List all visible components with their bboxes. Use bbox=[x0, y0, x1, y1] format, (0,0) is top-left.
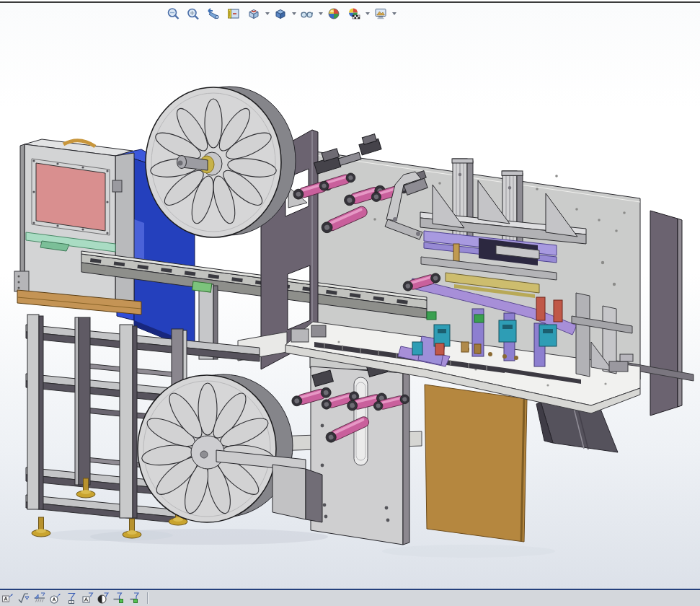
section-view-icon bbox=[226, 6, 241, 21]
view-settings-button[interactable] bbox=[371, 4, 390, 23]
heads-up-view-toolbar bbox=[163, 4, 397, 23]
hide-show-items-dropdown-icon[interactable] bbox=[317, 6, 324, 22]
note-button[interactable] bbox=[0, 591, 16, 605]
apply-scene-button[interactable] bbox=[345, 4, 363, 23]
upper-material-reel[interactable] bbox=[146, 87, 296, 237]
datum-target-point-icon bbox=[128, 592, 141, 605]
leveling-foot bbox=[123, 519, 141, 538]
zoom-to-fit-icon bbox=[166, 6, 180, 21]
weld-symbol-button[interactable] bbox=[32, 591, 48, 605]
balloon-button[interactable] bbox=[48, 591, 63, 605]
datum-feature-button[interactable] bbox=[63, 591, 79, 605]
checkered-flag bbox=[353, 15, 360, 19]
datum-feature-icon bbox=[65, 592, 78, 605]
cabinet-latch[interactable] bbox=[112, 180, 122, 192]
tan-hanging-sheet[interactable] bbox=[425, 385, 527, 542]
display-style-icon bbox=[273, 6, 288, 21]
balloon-icon bbox=[49, 592, 62, 605]
zoom-to-area-icon bbox=[186, 6, 200, 21]
control-cabinet[interactable] bbox=[14, 139, 134, 309]
datum-target-icon bbox=[112, 592, 125, 605]
geometric-tolerance-button[interactable] bbox=[95, 591, 111, 605]
boxed-note-button[interactable] bbox=[79, 591, 95, 605]
cad-model[interactable] bbox=[0, 3, 700, 606]
hide-show-items-icon bbox=[300, 6, 314, 21]
weld-symbol-icon bbox=[33, 592, 46, 605]
view-settings-dropdown-icon[interactable] bbox=[391, 6, 397, 22]
previous-view-icon bbox=[206, 6, 221, 21]
section-view-button[interactable] bbox=[224, 4, 243, 23]
surface-finish-icon bbox=[17, 592, 30, 605]
geometric-tolerance-icon bbox=[97, 592, 110, 605]
datum-target-button[interactable] bbox=[111, 591, 127, 605]
hide-show-items-button[interactable] bbox=[298, 4, 316, 23]
display-style-dropdown-icon[interactable] bbox=[291, 6, 297, 22]
apply-scene-icon bbox=[347, 6, 361, 21]
right-end-plate[interactable] bbox=[650, 211, 682, 416]
zoom-to-fit-button[interactable] bbox=[164, 4, 182, 23]
zoom-to-area-button[interactable] bbox=[184, 4, 203, 23]
toolbar-separator bbox=[147, 592, 149, 604]
edit-appearance-button[interactable] bbox=[324, 4, 343, 23]
edit-appearance-icon bbox=[327, 6, 341, 21]
view-orientation-icon bbox=[247, 6, 261, 21]
leveling-foot bbox=[32, 517, 50, 537]
graphics-viewport[interactable] bbox=[0, 3, 700, 590]
note-icon bbox=[1, 592, 14, 605]
app-window bbox=[0, 0, 700, 606]
boxed-note-icon bbox=[81, 592, 94, 605]
view-settings-icon bbox=[373, 6, 388, 21]
cabinet-screen-panel bbox=[36, 163, 105, 231]
annotations-toolbar bbox=[0, 589, 700, 606]
display-style-button[interactable] bbox=[271, 4, 290, 23]
surface-finish-button[interactable] bbox=[16, 591, 32, 605]
previous-view-button[interactable] bbox=[204, 4, 223, 23]
apply-scene-dropdown-icon[interactable] bbox=[364, 6, 371, 22]
datum-target-point-button[interactable] bbox=[127, 591, 143, 605]
view-orientation-button[interactable] bbox=[244, 4, 263, 23]
view-orientation-dropdown-icon[interactable] bbox=[264, 6, 270, 22]
